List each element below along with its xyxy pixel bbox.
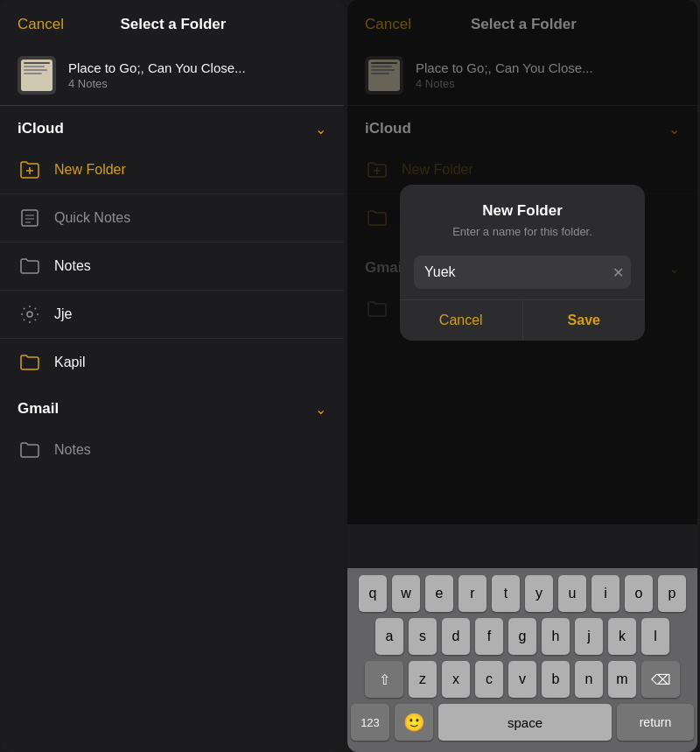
emoji-key[interactable]: 🙂 <box>395 704 433 741</box>
left-icloud-title: iCloud <box>18 120 64 137</box>
recent-text: Place to Go;, Can You Close... 4 Notes <box>68 60 246 90</box>
key-m[interactable]: m <box>608 661 636 698</box>
key-b[interactable]: b <box>542 661 570 698</box>
note-thumbnail <box>18 56 56 95</box>
folder-name-input[interactable] <box>414 256 631 289</box>
left-cancel-button[interactable]: Cancel <box>18 16 64 33</box>
left-header-title: Select a Folder <box>64 16 283 33</box>
left-recent-item[interactable]: Place to Go;, Can You Close... 4 Notes <box>0 46 344 106</box>
left-kapil-item[interactable]: Kapil <box>0 339 344 386</box>
keyboard-row-3: ⇧ z x c v b n m ⌫ <box>351 661 694 698</box>
key-p[interactable]: p <box>658 575 686 612</box>
recent-title: Place to Go;, Can You Close... <box>68 60 246 75</box>
dialog-save-button[interactable]: Save <box>523 300 646 341</box>
notes-folder-icon <box>18 254 42 278</box>
gmail-notes-label: Notes <box>54 442 91 458</box>
new-folder-dialog: New Folder Enter a name for this folder.… <box>400 185 645 341</box>
delete-key[interactable]: ⌫ <box>641 661 680 698</box>
left-jje-item[interactable]: Jje <box>0 291 344 339</box>
keyboard-row-2: a s d f g h j k l <box>351 618 694 655</box>
key-s[interactable]: s <box>409 618 437 655</box>
left-new-folder-item[interactable]: New Folder <box>0 146 344 194</box>
dialog-subtitle: Enter a name for this folder. <box>417 225 627 238</box>
key-i[interactable]: i <box>592 575 620 612</box>
svg-rect-2 <box>22 210 38 226</box>
icloud-chevron-icon[interactable]: ⌄ <box>315 121 326 137</box>
keyboard-row-4: 123 🙂 space return <box>351 704 694 741</box>
key-u[interactable]: u <box>558 575 586 612</box>
key-e[interactable]: e <box>425 575 453 612</box>
left-notes-item[interactable]: Notes <box>0 242 344 291</box>
left-icloud-folder-list: New Folder Quick Notes <box>0 146 344 386</box>
key-r[interactable]: r <box>458 575 486 612</box>
recent-subtitle: 4 Notes <box>68 77 246 90</box>
left-panel: Cancel Select a Folder Place to Go;, Can… <box>0 0 344 752</box>
dialog-input-wrap: ✕ <box>400 245 645 299</box>
key-v[interactable]: v <box>508 661 536 698</box>
left-header: Cancel Select a Folder <box>0 0 344 46</box>
key-j[interactable]: j <box>575 618 603 655</box>
key-a[interactable]: a <box>375 618 403 655</box>
key-h[interactable]: h <box>542 618 570 655</box>
dialog-actions: Cancel Save <box>400 299 645 341</box>
new-folder-icon <box>18 158 42 182</box>
kapil-label: Kapil <box>54 355 86 370</box>
right-panel: Cancel Select a Folder Place to Go;, Can… <box>347 0 697 752</box>
keyboard: q w e r t y u i o p a s d f g h j k <box>347 568 697 752</box>
numbers-key[interactable]: 123 <box>351 704 389 741</box>
key-f[interactable]: f <box>475 618 503 655</box>
left-icloud-section-header: iCloud ⌄ <box>0 106 344 146</box>
dialog-cancel-button[interactable]: Cancel <box>400 300 523 341</box>
dialog-overlay: New Folder Enter a name for this folder.… <box>347 0 697 524</box>
dialog-title: New Folder <box>417 202 627 220</box>
notes-label: Notes <box>54 258 91 274</box>
dialog-input-container: ✕ <box>414 256 631 289</box>
return-key[interactable]: return <box>617 704 694 741</box>
quick-notes-icon <box>18 206 42 230</box>
key-z[interactable]: z <box>409 661 437 698</box>
quick-notes-label: Quick Notes <box>54 210 130 226</box>
new-folder-label: New Folder <box>54 162 126 178</box>
gmail-chevron-icon[interactable]: ⌄ <box>315 401 326 418</box>
left-gmail-section-header: Gmail ⌄ <box>0 386 344 426</box>
key-q[interactable]: q <box>359 575 387 612</box>
key-n[interactable]: n <box>575 661 603 698</box>
key-o[interactable]: o <box>625 575 653 612</box>
key-x[interactable]: x <box>442 661 470 698</box>
key-y[interactable]: y <box>525 575 553 612</box>
left-quick-notes-item[interactable]: Quick Notes <box>0 194 344 242</box>
space-key[interactable]: space <box>438 704 612 741</box>
jje-label: Jje <box>54 306 72 322</box>
dialog-header: New Folder Enter a name for this folder. <box>400 185 645 245</box>
keyboard-row-1: q w e r t y u i o p <box>351 575 694 612</box>
gmail-notes-icon <box>18 438 42 462</box>
kapil-folder-icon <box>18 350 42 375</box>
key-t[interactable]: t <box>492 575 520 612</box>
key-g[interactable]: g <box>508 618 536 655</box>
shift-key[interactable]: ⇧ <box>365 661 403 698</box>
key-k[interactable]: k <box>608 618 636 655</box>
left-gmail-notes-item[interactable]: Notes <box>0 426 344 474</box>
left-gmail-folder-list: Notes <box>0 426 344 474</box>
clear-input-button[interactable]: ✕ <box>612 264 624 280</box>
key-l[interactable]: l <box>641 618 669 655</box>
left-gmail-title: Gmail <box>18 400 59 418</box>
key-c[interactable]: c <box>475 661 503 698</box>
svg-point-6 <box>27 312 32 317</box>
key-d[interactable]: d <box>442 618 470 655</box>
key-w[interactable]: w <box>392 575 420 612</box>
jje-icon <box>18 302 42 327</box>
